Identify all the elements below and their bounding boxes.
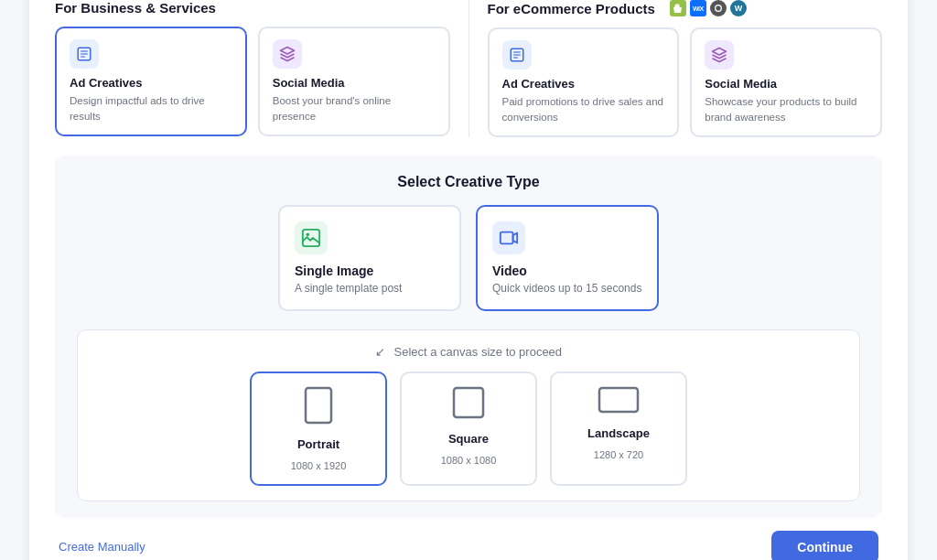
main-container: For Business & Services Ad Creatives Des…	[29, 0, 908, 560]
single-image-name: Single Image	[295, 264, 445, 278]
wix-icon: WiX	[690, 0, 706, 16]
business-title: For Business & Services	[55, 0, 450, 16]
video-name: Video	[492, 264, 642, 278]
social-media-ecom-desc: Showcase your products to build brand aw…	[705, 94, 867, 124]
canvas-label: ↙ Select a canvas size to proceed	[96, 345, 841, 359]
squarespace-icon	[710, 0, 727, 16]
business-services-col: For Business & Services Ad Creatives Des…	[55, 0, 468, 136]
business-card-row: Ad Creatives Design impactful ads to dri…	[55, 27, 450, 135]
canvas-label-text: Select a canvas size to proceed	[394, 345, 563, 359]
social-media-ecom-name: Social Media	[705, 77, 867, 91]
shopify-icon	[670, 0, 686, 16]
square-canvas-card[interactable]: Square 1080 x 1080	[400, 372, 537, 486]
create-manually-link[interactable]: Create Manually	[59, 540, 145, 554]
portrait-canvas-size: 1080 x 1920	[291, 460, 347, 471]
top-section: For Business & Services Ad Creatives Des…	[55, 0, 882, 136]
canvas-section: ↙ Select a canvas size to proceed Portra…	[77, 329, 860, 501]
portrait-canvas-card[interactable]: Portrait 1080 x 1920	[250, 372, 387, 486]
business-title-text: For Business & Services	[55, 0, 216, 16]
wordpress-icon: W	[730, 0, 747, 16]
ad-creatives-ecom-name: Ad Creatives	[502, 77, 665, 91]
ad-creatives-biz-card[interactable]: Ad Creatives Design impactful ads to dri…	[55, 27, 247, 135]
portrait-canvas-name: Portrait	[297, 437, 339, 451]
ad-creatives-biz-desc: Design impactful ads to drive results	[70, 93, 232, 123]
social-media-biz-name: Social Media	[273, 76, 436, 90]
landscape-canvas-name: Landscape	[587, 426, 650, 440]
ad-creatives-biz-name: Ad Creatives	[70, 76, 232, 90]
ecommerce-title: For eCommerce Products WiX W	[488, 0, 883, 16]
landscape-canvas-size: 1280 x 720	[594, 449, 643, 460]
social-media-biz-icon	[273, 39, 302, 69]
single-image-card[interactable]: Single Image A single template post	[278, 205, 461, 311]
platform-icons: WiX W	[670, 0, 747, 16]
portrait-shape-icon	[304, 386, 333, 428]
ad-creatives-ecom-desc: Paid promotions to drive sales and conve…	[502, 94, 665, 124]
svg-rect-11	[501, 232, 513, 243]
svg-rect-14	[599, 388, 638, 412]
svg-point-10	[307, 232, 310, 236]
social-media-biz-desc: Boost your brand's online presence	[273, 93, 436, 123]
creative-types-row: Single Image A single template post Vide…	[77, 205, 860, 311]
ecommerce-col: For eCommerce Products WiX W	[468, 0, 883, 136]
ad-creatives-ecom-icon	[502, 40, 532, 70]
social-media-ecom-card[interactable]: Social Media Showcase your products to b…	[690, 27, 882, 136]
video-icon	[492, 221, 525, 254]
video-card[interactable]: Video Quick videos up to 15 seconds	[476, 205, 659, 311]
continue-button[interactable]: Continue	[771, 531, 878, 560]
video-desc: Quick videos up to 15 seconds	[492, 282, 642, 295]
creative-type-title: Select Creative Type	[77, 174, 860, 190]
landscape-shape-icon	[598, 386, 640, 417]
svg-point-4	[716, 5, 722, 12]
ecommerce-card-row: Ad Creatives Paid promotions to drive sa…	[488, 27, 883, 136]
svg-rect-13	[454, 388, 483, 417]
single-image-icon	[295, 221, 328, 254]
bottom-section: Select Creative Type Single Image A sing…	[55, 156, 882, 518]
square-canvas-name: Square	[448, 432, 489, 446]
landscape-canvas-card[interactable]: Landscape 1280 x 720	[550, 372, 687, 486]
square-canvas-size: 1080 x 1080	[441, 455, 497, 466]
social-media-ecom-icon	[705, 40, 734, 70]
square-shape-icon	[452, 386, 485, 423]
ecommerce-title-text: For eCommerce Products	[488, 1, 655, 16]
footer-row: Create Manually Continue	[55, 531, 882, 560]
canvas-options-row: Portrait 1080 x 1920 Square 1080 x 1080	[96, 372, 841, 486]
svg-rect-12	[306, 388, 331, 423]
single-image-desc: A single template post	[295, 282, 445, 295]
ad-creatives-ecom-card[interactable]: Ad Creatives Paid promotions to drive sa…	[488, 27, 680, 136]
ad-creatives-biz-icon	[70, 39, 99, 69]
social-media-biz-card[interactable]: Social Media Boost your brand's online p…	[258, 27, 450, 135]
